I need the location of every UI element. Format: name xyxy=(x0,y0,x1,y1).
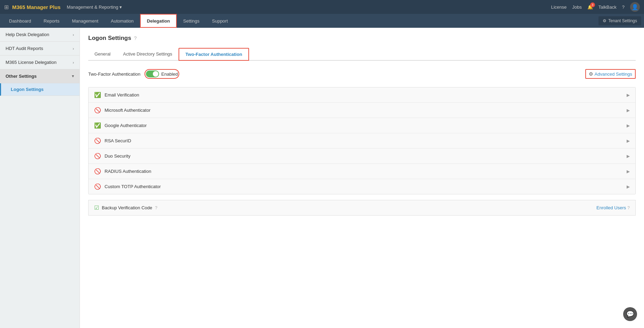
advanced-settings-text: Advanced Settings xyxy=(595,72,632,77)
chat-bubble-button[interactable]: 💬 xyxy=(623,307,637,321)
tab-reports[interactable]: Reports xyxy=(38,14,66,28)
sidebar-label-logon-settings: Logon Settings xyxy=(11,87,44,92)
auth-item-left-custom-totp: 🚫 Custom TOTP Authenticator xyxy=(94,183,161,190)
chevron-right-microsoft: ▶ xyxy=(627,108,630,113)
auth-item-radius[interactable]: 🚫 RADIUS Authentication ▶ xyxy=(89,164,635,179)
auth-item-left-radius: 🚫 RADIUS Authentication xyxy=(94,168,151,175)
tfa-label: Two-Factor Authentication xyxy=(88,72,140,77)
status-disabled-icon-duo: 🚫 xyxy=(94,153,101,159)
backup-checkbox-icon[interactable]: ☑ xyxy=(94,204,99,211)
dropdown-chevron-icon: ▾ xyxy=(119,5,122,10)
page-help-icon[interactable]: ? xyxy=(134,35,137,41)
auth-item-name-radius: RADIUS Authentication xyxy=(105,169,151,174)
tfa-toggle-row: Two-Factor Authentication Enabled ⚙ Adva… xyxy=(88,68,636,80)
backup-label: Backup Verification Code xyxy=(102,205,152,210)
sidebar-label-m365-license: M365 License Delegation xyxy=(6,60,57,65)
auth-item-email[interactable]: ✅ Email Verification ▶ xyxy=(89,87,635,103)
chevron-right-radius: ▶ xyxy=(627,169,630,174)
auth-methods-list: ✅ Email Verification ▶ 🚫 Microsoft Authe… xyxy=(88,87,636,194)
chevron-down-icon: ▾ xyxy=(72,74,74,78)
tab-dashboard[interactable]: Dashboard xyxy=(3,14,38,28)
user-avatar[interactable]: 👤 xyxy=(630,2,640,12)
sidebar-item-other-settings[interactable]: Other Settings ▾ xyxy=(0,69,80,83)
auth-item-google[interactable]: ✅ Google Authenticator ▶ xyxy=(89,118,635,133)
help-link[interactable]: ? xyxy=(622,5,625,10)
auth-item-name-email: Email Verification xyxy=(105,92,139,98)
backup-help-icon[interactable]: ? xyxy=(155,205,157,210)
tab-two-factor[interactable]: Two-Factor Authentication xyxy=(179,48,249,61)
auth-item-name-google: Google Authenticator xyxy=(105,123,147,128)
tfa-toggle-button[interactable]: Enabled xyxy=(146,70,178,77)
toggle-switch-icon xyxy=(146,70,159,77)
auth-item-left-email: ✅ Email Verification xyxy=(94,92,139,98)
sidebar-item-m365-license[interactable]: M365 License Delegation › xyxy=(0,56,80,69)
advanced-gear-icon: ⚙ xyxy=(589,71,593,77)
auth-item-left-rsa: 🚫 RSA SecurID xyxy=(94,137,131,144)
sidebar-label-hdt-audit: HDT Audit Reports xyxy=(6,46,43,51)
tab-settings[interactable]: Settings xyxy=(177,14,206,28)
layout: Help Desk Delegation › HDT Audit Reports… xyxy=(0,28,644,328)
auth-item-microsoft[interactable]: 🚫 Microsoft Authenticator ▶ xyxy=(89,103,635,118)
auth-item-name-custom-totp: Custom TOTP Authenticator xyxy=(105,184,161,189)
chevron-right-icon: › xyxy=(73,47,74,51)
tenant-settings-button[interactable]: ⚙ Tenant Settings xyxy=(598,16,641,25)
tab-support[interactable]: Support xyxy=(206,14,234,28)
status-enabled-icon-google: ✅ xyxy=(94,122,101,129)
jobs-link[interactable]: Jobs xyxy=(572,5,581,10)
backup-left: ☑ Backup Verification Code ? xyxy=(94,204,157,211)
status-enabled-icon-email: ✅ xyxy=(94,92,101,98)
notification-badge: 3 xyxy=(590,2,595,7)
chevron-right-email: ▶ xyxy=(627,93,630,98)
tab-automation[interactable]: Automation xyxy=(105,14,140,28)
app-logo: M365 Manager Plus xyxy=(12,4,60,10)
auth-item-left-microsoft: 🚫 Microsoft Authenticator xyxy=(94,107,150,113)
chevron-right-custom-totp: ▶ xyxy=(627,184,630,189)
toggle-wrapper: Enabled xyxy=(145,69,179,79)
auth-item-left-duo: 🚫 Duo Security xyxy=(94,153,130,159)
advanced-settings-link[interactable]: ⚙ Advanced Settings xyxy=(585,69,636,79)
auth-item-name-duo: Duo Security xyxy=(105,153,130,159)
sidebar-item-help-desk[interactable]: Help Desk Delegation › xyxy=(0,28,80,42)
auth-item-left-google: ✅ Google Authenticator xyxy=(94,122,147,129)
management-dropdown[interactable]: Management & Reporting ▾ xyxy=(67,5,122,10)
tab-active-directory[interactable]: Active Directory Settings xyxy=(117,48,179,61)
license-link[interactable]: License xyxy=(551,5,567,10)
sidebar-label-help-desk: Help Desk Delegation xyxy=(6,32,49,37)
auth-item-rsa[interactable]: 🚫 RSA SecurID ▶ xyxy=(89,133,635,149)
auth-item-custom-totp[interactable]: 🚫 Custom TOTP Authenticator ▶ xyxy=(89,179,635,194)
enrolled-users-link[interactable]: Enrolled Users ? xyxy=(596,205,630,210)
nav-bar: Dashboard Reports Management Automation … xyxy=(0,14,644,28)
grid-icon[interactable]: ⊞ xyxy=(4,4,9,10)
advanced-settings-container: ⚙ Advanced Settings xyxy=(585,69,636,79)
status-disabled-icon-microsoft: 🚫 xyxy=(94,107,101,113)
notification-bell[interactable]: 🔔 3 xyxy=(587,5,593,10)
backup-verification-row: ☑ Backup Verification Code ? Enrolled Us… xyxy=(88,200,636,216)
chevron-right-duo: ▶ xyxy=(627,154,630,159)
auth-item-duo[interactable]: 🚫 Duo Security ▶ xyxy=(89,149,635,164)
status-disabled-icon-rsa: 🚫 xyxy=(94,137,101,144)
gear-tenant-icon: ⚙ xyxy=(603,18,606,23)
status-disabled-icon-radius: 🚫 xyxy=(94,168,101,175)
top-bar: ⊞ M365 Manager Plus Management & Reporti… xyxy=(0,0,644,14)
enrolled-users-help-icon[interactable]: ? xyxy=(627,205,630,210)
enrolled-users-text: Enrolled Users xyxy=(596,205,626,210)
sidebar: Help Desk Delegation › HDT Audit Reports… xyxy=(0,28,80,328)
chevron-right-icon: › xyxy=(73,60,74,65)
top-bar-right: License Jobs 🔔 3 TalkBack ? 👤 xyxy=(551,2,640,12)
sidebar-sub-item-logon-settings[interactable]: Logon Settings xyxy=(0,83,80,96)
tab-delegation[interactable]: Delegation xyxy=(140,14,177,28)
page-header: Logon Settings ? xyxy=(88,35,636,42)
sidebar-item-hdt-audit[interactable]: HDT Audit Reports › xyxy=(0,42,80,56)
chevron-right-google: ▶ xyxy=(627,123,630,128)
main-content: Logon Settings ? General Active Director… xyxy=(80,28,644,328)
tabs-container: General Active Directory Settings Two-Fa… xyxy=(88,48,636,61)
nav-tabs: Dashboard Reports Management Automation … xyxy=(3,14,234,28)
tfa-toggle-left: Two-Factor Authentication Enabled xyxy=(88,69,179,79)
top-bar-left: ⊞ M365 Manager Plus Management & Reporti… xyxy=(4,4,122,10)
tab-general[interactable]: General xyxy=(88,48,117,61)
talkback-link[interactable]: TalkBack xyxy=(598,5,617,10)
auth-item-name-microsoft: Microsoft Authenticator xyxy=(105,108,150,113)
auth-item-name-rsa: RSA SecurID xyxy=(105,138,131,143)
toggle-enabled-text: Enabled xyxy=(161,72,178,77)
tab-management[interactable]: Management xyxy=(66,14,105,28)
